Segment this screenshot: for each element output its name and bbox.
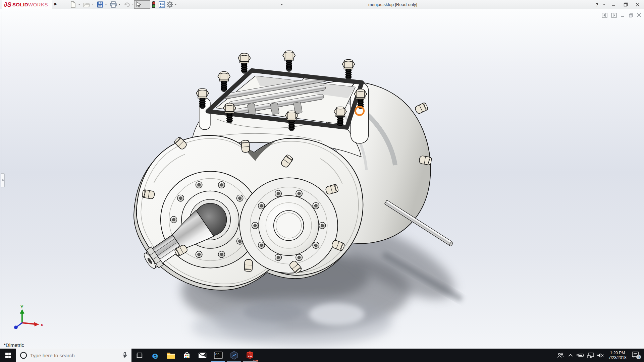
close-button[interactable]: [634, 1, 641, 8]
edge-icon: e: [152, 350, 158, 361]
open-button[interactable]: [83, 1, 91, 8]
hexagon-app-icon: [230, 351, 238, 360]
brand-works: WORKS: [28, 2, 48, 7]
task-view-icon: [136, 352, 143, 359]
windows-logo-icon: [5, 353, 11, 358]
battery-power-icon: [577, 353, 585, 358]
new-document-caret[interactable]: [78, 4, 80, 5]
file-explorer-icon: [167, 352, 175, 359]
chevron-up-icon: [568, 353, 573, 357]
options-button[interactable]: [166, 1, 174, 8]
tray-battery-button[interactable]: [576, 349, 586, 362]
action-center-button[interactable]: 3: [629, 349, 644, 362]
taskbar-empty-area: [258, 349, 555, 362]
sw-letters: SW: [248, 355, 252, 358]
print-button[interactable]: [109, 1, 117, 8]
cmd-prompt-text: C:\: [215, 353, 220, 356]
taskbar: e C:\ SW 2017 1:2: [0, 349, 644, 362]
pane-left-icon[interactable]: [602, 13, 607, 18]
select-button[interactable]: [134, 0, 150, 9]
document-window-controls: [602, 13, 641, 18]
taskbar-app-edge[interactable]: e: [147, 349, 163, 362]
undo-icon: [123, 2, 130, 8]
clock-time: 1:20 PM: [610, 351, 625, 355]
taskbar-app-solidworks[interactable]: SW 2017: [242, 349, 258, 362]
taskbar-app-store[interactable]: [179, 349, 195, 362]
graphics-area[interactable]: ]: [0, 9, 644, 349]
restore-icon: [624, 2, 628, 7]
taskbar-app-file-explorer[interactable]: [163, 349, 179, 362]
display-states-list-icon: [159, 1, 165, 8]
tray-clock[interactable]: 1:20 PM 7/23/2018: [606, 349, 629, 362]
pane-right-icon[interactable]: [611, 13, 617, 18]
select-caret[interactable]: [281, 4, 283, 5]
triad-y-label: Y: [20, 305, 23, 309]
print-icon: [110, 1, 117, 8]
restore-button[interactable]: [622, 1, 629, 8]
search-input[interactable]: [30, 353, 111, 358]
doc-close-icon[interactable]: [637, 13, 641, 17]
mail-icon: [198, 352, 207, 359]
help-button[interactable]: ?: [595, 2, 598, 7]
gear-icon: [166, 1, 173, 8]
new-document-button[interactable]: [69, 1, 77, 8]
microphone-icon[interactable]: [122, 352, 127, 359]
reference-triad: Y x: [14, 305, 43, 329]
ds-logo-icon: ∂S: [4, 1, 11, 8]
taskbar-app-mail[interactable]: [195, 349, 210, 362]
notification-badge: 3: [638, 355, 640, 359]
traffic-light-icon: [151, 1, 156, 8]
network-icon: [587, 352, 594, 358]
triad-x-label: x: [41, 322, 43, 327]
undo-button: [123, 1, 131, 8]
volume-muted-icon: [597, 352, 605, 358]
tray-volume-button[interactable]: [596, 349, 606, 362]
tray-overflow-button[interactable]: [566, 349, 576, 362]
start-button[interactable]: [0, 349, 16, 362]
solidworks-logo: ∂S SOLIDWORKS: [2, 0, 52, 9]
select-cursor-icon: [136, 1, 141, 8]
options-caret[interactable]: [175, 4, 177, 5]
view-orientation-label: *Dimetric: [4, 342, 24, 348]
store-icon: [183, 351, 191, 359]
undo-caret: [132, 4, 134, 5]
cortana-icon: [19, 351, 28, 359]
menu-flyout-arrow[interactable]: ▶: [54, 2, 57, 6]
save-caret[interactable]: [105, 4, 107, 5]
task-view-button[interactable]: [131, 349, 147, 362]
display-states-button[interactable]: [158, 1, 166, 8]
brand-solid: SOLID: [12, 2, 28, 7]
tray-people-button[interactable]: [555, 349, 566, 362]
open-icon: [83, 2, 90, 8]
gearbox-3d-model[interactable]: ]: [0, 9, 644, 349]
mate-status-button[interactable]: [150, 1, 158, 8]
taskbar-search[interactable]: [16, 349, 131, 362]
doc-restore-icon[interactable]: [629, 13, 633, 18]
tray-network-button[interactable]: [586, 349, 596, 362]
minimize-icon: [611, 3, 615, 7]
close-icon: [636, 3, 640, 7]
solidworks-2017-icon: SW: [246, 351, 254, 360]
print-caret[interactable]: [118, 4, 120, 5]
save-icon: [97, 1, 103, 8]
action-center-icon: 3: [632, 351, 642, 360]
taskbar-app-hexagon[interactable]: [226, 349, 242, 362]
command-prompt-icon: C:\: [214, 352, 223, 359]
model-right-flange[interactable]: [240, 178, 338, 273]
taskbar-app-cmd[interactable]: C:\: [210, 349, 226, 362]
minimize-button[interactable]: [610, 1, 617, 8]
doc-minimize-icon[interactable]: [621, 13, 625, 17]
help-caret[interactable]: [603, 4, 605, 5]
people-icon: [557, 352, 564, 358]
save-button[interactable]: [96, 1, 104, 8]
open-caret: [92, 4, 94, 5]
titlebar: ∂S SOLIDWORKS ▶ menjac sklop [Read-only]: [0, 0, 644, 9]
window-title: menjac sklop [Read-only]: [368, 2, 417, 7]
clock-date: 7/23/2018: [608, 355, 626, 360]
new-document-icon: [70, 1, 76, 8]
